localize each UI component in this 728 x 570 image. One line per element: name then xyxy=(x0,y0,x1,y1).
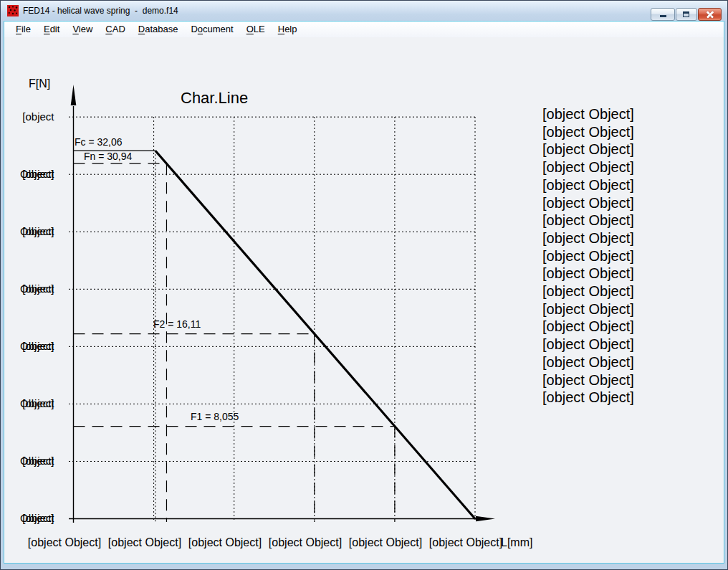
minimize-button[interactable] xyxy=(651,8,675,21)
titlebar[interactable]: FED14 - helical wave spring - demo.f14 xyxy=(1,1,727,21)
menu-item-label: D xyxy=(191,24,197,34)
x-tick-label: [object Object] xyxy=(185,536,265,549)
parameter-line: [object Object] xyxy=(542,212,634,229)
f2-marker-label: F2 = 16,11 xyxy=(153,318,201,330)
menu-item[interactable]: Help xyxy=(272,22,304,37)
y-tick-label: [object Object] xyxy=(20,203,54,260)
menubar: File Edit View CAD Database Document OLE… xyxy=(4,22,724,37)
parameter-line: [object Object] xyxy=(542,123,634,141)
menu-item-label: iew xyxy=(79,24,93,34)
fc-marker-label: Fc = 32,06 xyxy=(75,136,123,148)
menu-item[interactable]: View xyxy=(66,22,99,37)
parameter-line: [object Object] xyxy=(542,194,634,212)
parameter-line: [object Object] xyxy=(542,229,634,247)
parameter-line: [object Object] xyxy=(542,265,634,282)
fn-marker-label: Fn = 30,94 xyxy=(84,151,132,162)
parameter-line: [object Object] xyxy=(542,247,634,265)
y-tick-label: [object Object] xyxy=(20,432,54,490)
menu-item[interactable]: Edit xyxy=(37,22,66,37)
menu-item-mnemonic: H xyxy=(278,24,284,34)
app-icon[interactable] xyxy=(7,5,19,16)
menu-item[interactable]: OLE xyxy=(240,22,272,37)
menu-item-label: elp xyxy=(284,24,297,34)
f1-marker-label: F1 = 8,055 xyxy=(191,411,239,422)
menu-item-mnemonic: V xyxy=(72,24,78,34)
menu-item[interactable]: Document xyxy=(184,22,239,37)
parameter-line: [object Object] xyxy=(542,300,634,318)
spring-parameters-list: [object Object][object Object][object Ob… xyxy=(542,105,634,407)
fed14-spring-icon xyxy=(7,5,19,16)
y-axis-tick-labels: [object Object][object Object][object Ob… xyxy=(20,88,47,547)
parameter-line: [object Object] xyxy=(542,176,634,194)
menu-item-mnemonic: O xyxy=(246,24,254,34)
menu-item-mnemonic: o xyxy=(198,24,203,34)
y-tick-label: [object Object] xyxy=(20,375,54,432)
menu-item-label: atabase xyxy=(145,24,178,34)
x-tick-label: [object Object] xyxy=(345,536,426,549)
restore-button[interactable] xyxy=(676,8,697,21)
close-icon xyxy=(706,10,714,19)
parameter-line: [object Object] xyxy=(542,318,634,336)
chart-title: Char.Line xyxy=(181,89,248,108)
menu-item[interactable]: File xyxy=(9,22,37,37)
x-tick-label: [object Object] xyxy=(105,536,185,549)
y-tick-label: [object Object] xyxy=(20,146,54,203)
menu-item-mnemonic: D xyxy=(138,24,145,34)
menu-item-label: dit xyxy=(50,24,60,34)
parameter-line: [object Object] xyxy=(542,141,634,158)
y-tick-label: [object Object] xyxy=(20,318,54,375)
x-tick-label: [object Object] xyxy=(265,536,345,549)
parameter-line: [object Object] xyxy=(542,105,634,123)
parameter-line: [object Object] xyxy=(542,389,634,407)
y-tick-label: [object Object] xyxy=(20,88,54,146)
menu-item-mnemonic: F xyxy=(16,24,21,34)
menu-item-label: AD xyxy=(112,24,125,34)
parameter-line: [object Object] xyxy=(542,282,634,300)
menu-item-label: cument xyxy=(203,24,234,34)
close-button[interactable] xyxy=(698,8,722,21)
parameter-line: [object Object] xyxy=(542,158,634,176)
window-controls xyxy=(651,8,722,21)
menu-item[interactable]: Database xyxy=(132,22,185,37)
menu-item-label: ile xyxy=(21,24,31,34)
restore-icon xyxy=(683,11,689,17)
y-tick-label: [object Object] xyxy=(20,260,54,318)
parameter-line: [object Object] xyxy=(542,353,634,371)
x-axis-tick-labels: [object Object][object Object][object Ob… xyxy=(24,536,506,549)
x-tick-label: [object Object] xyxy=(24,536,105,549)
menu-item[interactable]: CAD xyxy=(99,22,131,37)
minimize-icon xyxy=(660,15,666,17)
menu-item-label: LE xyxy=(254,24,265,34)
parameter-line: [object Object] xyxy=(542,371,634,389)
menu-item-mnemonic: E xyxy=(44,24,50,34)
x-tick-label: [object Object] xyxy=(426,536,506,549)
window-title: FED14 - helical wave spring - demo.f14 xyxy=(23,1,178,21)
parameter-line: [object Object] xyxy=(542,336,634,353)
menu-item-mnemonic: C xyxy=(105,24,112,34)
